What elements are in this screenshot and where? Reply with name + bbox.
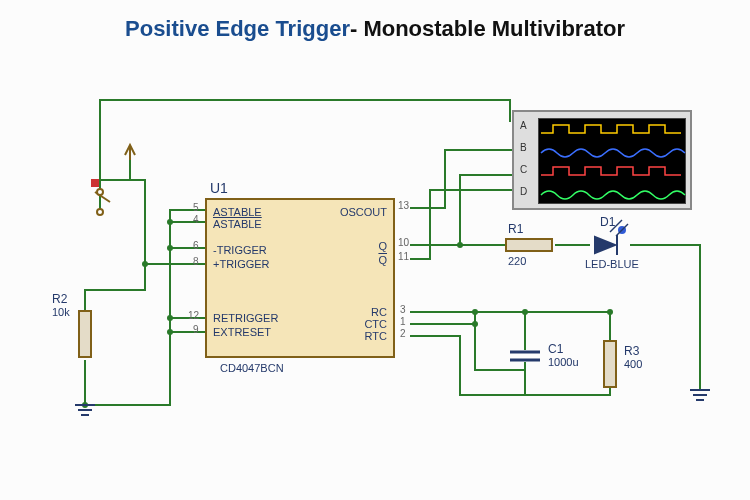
d1-val: LED-BLUE: [585, 258, 639, 270]
svg-point-5: [457, 242, 463, 248]
scope-ch-b: B: [520, 142, 527, 153]
scope-ch-a: A: [520, 120, 527, 131]
r3-val: 400: [624, 358, 642, 370]
pinnum-13: 13: [398, 200, 409, 211]
pin-label-rc: RC: [371, 306, 387, 318]
ic-cd4047: ASTABLE ASTABLE -TRIGGER +TRIGGER RETRIG…: [205, 198, 395, 358]
svg-point-0: [167, 219, 173, 225]
svg-point-6: [472, 309, 478, 315]
scope-waveforms: [539, 119, 687, 205]
pin-label-extreset: EXTRESET: [213, 326, 271, 338]
pin-label-astable1: ASTABLE: [213, 206, 262, 218]
svg-point-1: [167, 245, 173, 251]
scope-ch-d: D: [520, 186, 527, 197]
pinnum-3: 3: [400, 304, 406, 315]
diagram-title: Positive Edge Trigger- Monostable Multiv…: [0, 0, 750, 50]
oscilloscope: A B C D: [512, 110, 692, 210]
pin-label-oscout: OSCOUT: [340, 206, 387, 218]
svg-point-2: [167, 315, 173, 321]
resistor-r2: [78, 310, 92, 358]
pinnum-8: 8: [193, 256, 199, 267]
r2-val: 10k: [52, 306, 70, 318]
r2-ref: R2: [52, 292, 67, 306]
pin-label-ptrig: +TRIGGER: [213, 258, 270, 270]
pin-label-qbar: Q: [378, 254, 387, 266]
svg-line-14: [616, 224, 628, 236]
svg-point-10: [82, 402, 88, 408]
r1-ref: R1: [508, 222, 523, 236]
pinnum-5: 5: [193, 202, 199, 213]
c1-ref: C1: [548, 342, 563, 356]
pinnum-10: 10: [398, 237, 409, 248]
title-accent: Positive Edge Trigger: [125, 16, 350, 41]
title-rest: - Monostable Multivibrator: [350, 16, 625, 41]
svg-point-4: [142, 261, 148, 267]
svg-point-3: [167, 329, 173, 335]
c1-val: 1000u: [548, 356, 579, 368]
pinnum-9: 9: [193, 324, 199, 335]
scope-screen: [538, 118, 686, 204]
switch-term-top: [96, 188, 104, 196]
r3-ref: R3: [624, 344, 639, 358]
resistor-r1: [505, 238, 553, 252]
pin-label-ntrig: -TRIGGER: [213, 244, 267, 256]
pinnum-12: 12: [188, 310, 199, 321]
scope-ch-c: C: [520, 164, 527, 175]
pinnum-4: 4: [193, 214, 199, 225]
svg-point-12: [618, 226, 626, 234]
ic-refdes: U1: [210, 180, 228, 196]
svg-point-8: [522, 309, 528, 315]
svg-rect-15: [92, 180, 98, 186]
pinnum-11: 11: [398, 251, 409, 262]
svg-point-9: [607, 309, 613, 315]
pinnum-6: 6: [193, 240, 199, 251]
pin-label-rtc: RTC: [365, 330, 387, 342]
svg-point-7: [472, 321, 478, 327]
pin-label-ctc: CTC: [364, 318, 387, 330]
schematic-canvas: ASTABLE ASTABLE -TRIGGER +TRIGGER RETRIG…: [0, 60, 750, 500]
pinnum-2: 2: [400, 328, 406, 339]
r1-val: 220: [508, 255, 526, 267]
pinnum-1: 1: [400, 316, 406, 327]
switch-term-bot: [96, 208, 104, 216]
ic-partno: CD4047BCN: [220, 362, 284, 374]
pin-label-astable2: ASTABLE: [213, 218, 262, 230]
d1-ref: D1: [600, 215, 615, 229]
pin-label-q: Q: [378, 240, 387, 252]
pin-label-retrig: RETRIGGER: [213, 312, 278, 324]
resistor-r3: [603, 340, 617, 388]
